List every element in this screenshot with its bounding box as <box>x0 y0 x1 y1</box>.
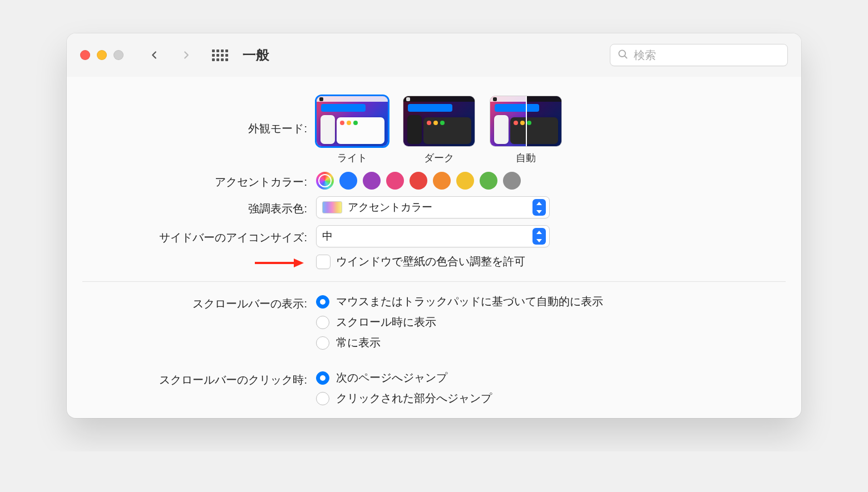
wallpaper-tint-label: ウインドウで壁紙の色合い調整を許可 <box>336 254 525 269</box>
accent-multicolor[interactable] <box>316 172 334 190</box>
accent-color-label: アクセントカラー: <box>82 171 316 190</box>
window-toolbar: 一般 検索 <box>67 33 801 77</box>
scrollbar-click-label: スクロールバーのクリック時: <box>82 370 316 387</box>
sidebar-icon-size-select[interactable]: 中 <box>316 225 550 247</box>
scrollbar-show-option-always[interactable]: 常に表示 <box>316 335 603 350</box>
appearance-row: 外観モード: ライト <box>82 96 786 165</box>
appearance-option-auto[interactable]: 自動 <box>490 96 562 165</box>
zoom-window-button[interactable] <box>114 50 124 60</box>
accent-orange[interactable] <box>433 172 451 190</box>
appearance-option-light[interactable]: ライト <box>316 96 388 165</box>
accent-yellow[interactable] <box>456 172 474 190</box>
forward-button <box>176 46 197 64</box>
appearance-caption-light: ライト <box>337 151 367 165</box>
radio-button <box>316 371 329 385</box>
svg-marker-4 <box>536 231 542 234</box>
radio-button <box>316 392 329 405</box>
scrollbar-show-label: スクロールバーの表示: <box>82 294 316 311</box>
highlight-color-select[interactable]: アクセントカラー <box>316 196 550 218</box>
appearance-label: 外観モード: <box>82 96 316 136</box>
search-field[interactable]: 検索 <box>610 44 788 66</box>
scrollbar-click-option-page[interactable]: 次のページへジャンプ <box>316 370 492 385</box>
sidebar-icon-size-label: サイドバーのアイコンサイズ: <box>82 228 316 245</box>
minimize-window-button[interactable] <box>97 50 107 60</box>
scrollbar-show-option-scrolling[interactable]: スクロール時に表示 <box>316 315 603 330</box>
wallpaper-tint-row: ウインドウで壁紙の色合い調整を許可 <box>82 254 786 269</box>
scrollbar-show-option-auto[interactable]: マウスまたはトラックパッドに基づいて自動的に表示 <box>316 294 603 309</box>
accent-green[interactable] <box>480 172 497 190</box>
appearance-caption-auto: 自動 <box>516 151 536 165</box>
search-icon <box>617 48 628 62</box>
appearance-caption-dark: ダーク <box>424 151 454 165</box>
highlight-swatch-icon <box>322 201 342 213</box>
appearance-thumb-dark <box>403 96 475 147</box>
back-button[interactable] <box>144 46 165 64</box>
accent-red[interactable] <box>410 172 427 190</box>
wallpaper-tint-checkbox[interactable] <box>316 255 331 269</box>
radio-button <box>316 336 329 350</box>
svg-marker-7 <box>294 259 304 267</box>
scrollbar-click-row: スクロールバーのクリック時: 次のページへジャンプ クリックされた部分へジャンプ <box>82 370 786 406</box>
appearance-option-dark[interactable]: ダーク <box>403 96 475 165</box>
search-placeholder: 検索 <box>634 48 656 63</box>
highlight-color-value: アクセントカラー <box>348 200 527 215</box>
appearance-thumb-auto <box>490 96 562 147</box>
sidebar-icon-size-value: 中 <box>322 229 527 243</box>
content-area: 外観モード: ライト <box>67 77 801 418</box>
radio-button <box>316 295 329 309</box>
highlight-color-label: 強調表示色: <box>82 199 316 216</box>
sidebar-icon-size-row: サイドバーのアイコンサイズ: 中 <box>82 225 786 247</box>
select-stepper-icon <box>532 199 546 216</box>
svg-marker-2 <box>536 202 542 205</box>
show-all-button[interactable] <box>211 47 228 63</box>
accent-color-row: アクセントカラー: <box>82 171 786 190</box>
select-stepper-icon <box>532 228 546 245</box>
preferences-window: 一般 検索 外観モード: <box>67 33 801 418</box>
svg-line-1 <box>624 56 627 58</box>
svg-marker-5 <box>536 239 542 242</box>
highlight-color-row: 強調表示色: アクセントカラー <box>82 196 786 218</box>
accent-color-options <box>316 172 521 190</box>
section-divider <box>82 281 786 282</box>
window-title: 一般 <box>243 46 269 64</box>
appearance-thumb-light <box>316 96 388 147</box>
accent-pink[interactable] <box>386 172 404 190</box>
traffic-lights <box>80 50 124 60</box>
radio-button <box>316 316 329 329</box>
accent-graphite[interactable] <box>503 172 521 190</box>
annotation-arrow-icon <box>254 257 304 269</box>
close-window-button[interactable] <box>80 50 90 60</box>
scrollbar-show-row: スクロールバーの表示: マウスまたはトラックパッドに基づいて自動的に表示 スクロ… <box>82 294 786 350</box>
grid-icon <box>212 49 228 61</box>
svg-marker-3 <box>536 210 542 213</box>
scrollbar-click-option-spot[interactable]: クリックされた部分へジャンプ <box>316 391 492 406</box>
accent-purple[interactable] <box>363 172 381 190</box>
accent-blue[interactable] <box>339 172 357 190</box>
